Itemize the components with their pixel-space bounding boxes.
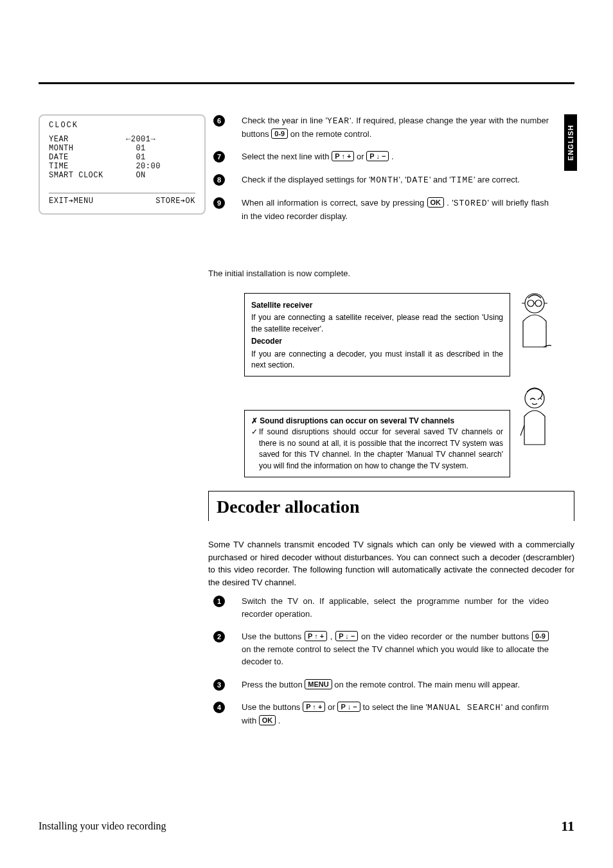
clock-label: SMART CLOCK — [49, 171, 126, 180]
person-puzzled-icon — [515, 384, 554, 448]
step-number-circle-icon: 1 — [213, 596, 225, 607]
info-heading: Satellite receiver — [251, 300, 503, 311]
exit-hint: EXIT➔MENU — [49, 196, 93, 206]
footer-section-title: Installing your video recording — [39, 820, 166, 832]
step: 3Press the button MENU on the remote con… — [208, 678, 549, 691]
svg-point-3 — [525, 389, 544, 408]
clock-value: 01 — [126, 153, 177, 162]
decoder-steps: 1Switch the TV on. If applicable, select… — [208, 595, 549, 737]
info-box-sound: Sound disruptions can occur on several T… — [244, 410, 510, 477]
clock-value: 01 — [126, 144, 177, 153]
clock-steps: 6Check the year in line 'YEAR'. If requi… — [208, 114, 549, 233]
step: 9When all information is correct, save b… — [208, 197, 549, 222]
step-number-circle-icon: 3 — [213, 679, 225, 691]
step-number-circle-icon: 7 — [213, 151, 225, 163]
info-box-connections: Satellite receiver If you are connecting… — [244, 293, 510, 376]
step-text: When all information is correct, save by… — [242, 197, 549, 222]
step-number-circle-icon: 4 — [213, 702, 225, 713]
clock-value: 20:00 — [126, 162, 177, 171]
heading-text: Decoder allocation — [217, 497, 566, 517]
install-complete-text: The initial installation is now complete… — [208, 269, 549, 278]
page: ENGLISH CLOCK YEAR ← 2001 → MONTH 01 DAT… — [0, 0, 613, 868]
clock-rows: YEAR ← 2001 → MONTH 01 DATE 01 TIME 20:0… — [49, 135, 195, 180]
step: 7Select the next line with P ↑ + or P ↓ … — [208, 150, 549, 163]
clock-row-year: YEAR ← 2001 → — [49, 135, 195, 144]
page-number: 11 — [561, 818, 574, 835]
section-heading-decoder: Decoder allocation — [208, 491, 574, 521]
clock-value: ← 2001 → — [126, 135, 177, 144]
clock-label: YEAR — [49, 135, 126, 144]
clock-row-time: TIME 20:00 — [49, 162, 195, 171]
clock-label: MONTH — [49, 144, 126, 153]
step-number: 2 — [208, 630, 230, 642]
info-text: If sound disruptions should occur for se… — [251, 427, 503, 472]
step-number: 9 — [208, 197, 230, 209]
top-divider — [39, 82, 574, 84]
step: 1Switch the TV on. If applicable, select… — [208, 595, 549, 620]
step-text: Select the next line with P ↑ + or P ↓ −… — [242, 150, 549, 163]
step-number-circle-icon: 2 — [213, 631, 225, 642]
step-text: Check the year in line 'YEAR'. If requir… — [242, 114, 549, 140]
step-number: 7 — [208, 150, 230, 163]
step-number: 3 — [208, 678, 230, 691]
step-number: 4 — [208, 701, 230, 713]
info-heading: Sound disruptions can occur on several T… — [251, 416, 503, 427]
step-text: Use the buttons P ↑ + or P ↓ − to select… — [242, 701, 549, 727]
step-text: Switch the TV on. If applicable, select … — [242, 595, 549, 620]
step: 6Check the year in line 'YEAR'. If requi… — [208, 114, 549, 140]
clock-row-month: MONTH 01 — [49, 144, 195, 153]
divider — [49, 193, 195, 193]
store-hint: STORE➔OK — [155, 196, 195, 206]
clock-title: CLOCK — [49, 121, 195, 130]
svg-point-2 — [535, 300, 542, 306]
clock-value: ON — [126, 171, 177, 180]
info-text: If you are connecting a decoder, you mus… — [251, 349, 503, 371]
clock-footer: EXIT➔MENU STORE➔OK — [49, 196, 195, 207]
step-number-circle-icon: 9 — [213, 197, 225, 209]
clock-label: DATE — [49, 153, 126, 162]
step-number: 1 — [208, 595, 230, 607]
step: 4Use the buttons P ↑ + or P ↓ − to selec… — [208, 701, 549, 727]
decoder-intro-text: Some TV channels transmit encoded TV sig… — [208, 538, 574, 589]
language-tab: ENGLISH — [564, 114, 577, 171]
step: 8Check if the displayed settings for 'MO… — [208, 173, 549, 187]
clock-osd-panel: CLOCK YEAR ← 2001 → MONTH 01 DATE 01 — [39, 114, 206, 215]
step-number-circle-icon: 6 — [213, 115, 225, 127]
step-number: 6 — [208, 114, 230, 127]
info-text: If you are connecting a satellite receiv… — [251, 312, 503, 335]
clock-label: TIME — [49, 162, 126, 171]
step-text: Use the buttons P ↑ + , P ↓ − on the vid… — [242, 630, 549, 668]
clock-row-date: DATE 01 — [49, 153, 195, 162]
step-text: Check if the displayed settings for 'MON… — [242, 173, 549, 187]
clock-row-smart: SMART CLOCK ON — [49, 171, 195, 180]
step: 2Use the buttons P ↑ + , P ↓ − on the vi… — [208, 630, 549, 668]
person-glasses-icon — [515, 289, 554, 353]
svg-point-1 — [528, 300, 534, 306]
step-number-circle-icon: 8 — [213, 174, 225, 186]
step-number: 8 — [208, 173, 230, 186]
step-text: Press the button MENU on the remote cont… — [242, 678, 549, 691]
info-heading: Decoder — [251, 336, 503, 347]
